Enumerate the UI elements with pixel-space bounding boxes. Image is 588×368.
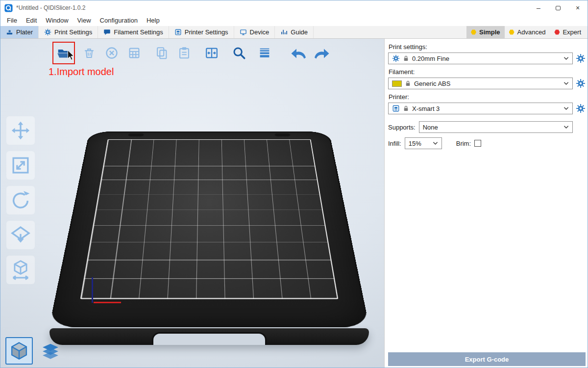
measure-gizmo-button[interactable]: [6, 256, 35, 284]
maximize-button[interactable]: [548, 0, 568, 15]
gear-icon: [576, 104, 586, 113]
filament-combo[interactable]: Generic ABS: [388, 78, 573, 89]
printer-icon: [174, 28, 182, 36]
mode-label: Simple: [479, 28, 500, 36]
infill-combo[interactable]: 15%: [405, 137, 442, 149]
minimize-button[interactable]: –: [529, 0, 548, 15]
tab-printer-settings[interactable]: Printer Settings: [169, 26, 234, 38]
menu-item-edit[interactable]: Edit: [22, 15, 41, 26]
search-button[interactable]: [229, 43, 249, 63]
scale-gizmo-button[interactable]: [6, 151, 35, 180]
redo-button[interactable]: [311, 43, 332, 63]
arrange-button[interactable]: [124, 43, 145, 63]
menu-bar: File Edit Window View Configuration Help: [0, 15, 588, 26]
mode-label: Expert: [563, 28, 581, 36]
plater-toolbar: [53, 43, 332, 63]
preview-button[interactable]: [37, 337, 64, 365]
place-on-face-gizmo-button[interactable]: [6, 221, 35, 249]
paste-button[interactable]: [174, 43, 195, 63]
brim-checkbox[interactable]: [474, 140, 481, 147]
tab-label: Printer Settings: [185, 28, 228, 36]
gear-icon: [576, 79, 586, 88]
menu-item-configuration[interactable]: Configuration: [96, 15, 142, 26]
bed-handle-notch: [152, 332, 267, 345]
supports-combo[interactable]: None: [419, 121, 573, 133]
delete-all-button[interactable]: [101, 43, 122, 63]
maximize-icon: [556, 6, 561, 10]
mode-advanced[interactable]: Advanced: [505, 26, 550, 38]
app-window: *Untitled - QIDISlicer-1.0.2 – × File Ed…: [0, 0, 588, 368]
undo-button[interactable]: [289, 43, 309, 63]
move-gizmo-button[interactable]: [6, 116, 35, 145]
filament-label: Filament:: [389, 68, 586, 76]
infill-label: Infill:: [388, 140, 401, 147]
print-settings-value: 0.20mm Fine: [412, 55, 449, 62]
delete-button[interactable]: [79, 43, 99, 63]
infill-value: 15%: [409, 140, 421, 147]
bed-grid: [80, 139, 339, 299]
mouse-cursor-icon: [66, 50, 74, 61]
gizmo-toolbar: [6, 116, 35, 284]
close-button[interactable]: ×: [568, 0, 588, 15]
gear-icon: [44, 28, 51, 36]
chevron-down-icon: [564, 106, 569, 110]
tab-print-settings[interactable]: Print Settings: [39, 26, 98, 38]
menu-item-file[interactable]: File: [2, 15, 22, 26]
menu-item-view[interactable]: View: [73, 15, 96, 26]
chevron-down-icon: [564, 81, 569, 85]
bed-plate: [49, 131, 369, 327]
printer-gear-button[interactable]: [576, 104, 586, 113]
lock-icon: [403, 55, 409, 62]
tab-device[interactable]: Device: [234, 26, 275, 38]
supports-label: Supports:: [388, 124, 416, 131]
print-settings-label: Print settings:: [389, 43, 586, 51]
3d-view-button[interactable]: [5, 337, 33, 365]
tab-label: Device: [250, 28, 270, 36]
app-logo-icon: [4, 4, 13, 12]
tab-label: Print Settings: [54, 28, 92, 36]
z-axis-indicator: [92, 277, 93, 303]
gear-icon: [392, 54, 400, 62]
copy-button[interactable]: [151, 43, 172, 63]
tab-bar: Plater Print Settings Filament Settings …: [0, 26, 588, 39]
rotate-gizmo-button[interactable]: [6, 186, 35, 214]
filament-gear-button[interactable]: [576, 79, 586, 88]
print-settings-gear-button[interactable]: [576, 53, 586, 63]
tab-label: Plater: [16, 28, 33, 36]
mode-simple[interactable]: Simple: [466, 26, 505, 38]
chevron-down-icon: [564, 56, 569, 60]
flatten-icon: [10, 224, 31, 246]
tab-filament-settings[interactable]: Filament Settings: [98, 26, 169, 38]
tab-plater[interactable]: Plater: [0, 26, 39, 38]
move-icon: [10, 120, 31, 141]
tab-guide[interactable]: Guide: [275, 26, 314, 38]
mode-label: Advanced: [517, 28, 546, 36]
window-controls: – ×: [529, 0, 588, 15]
layers-icon: [257, 46, 272, 60]
brim-label: Brim:: [456, 140, 471, 147]
gear-icon: [576, 53, 586, 63]
view-switcher: [5, 337, 64, 365]
tab-label: Filament Settings: [114, 28, 163, 36]
menu-item-window[interactable]: Window: [41, 15, 73, 26]
copy-icon: [154, 46, 169, 60]
import-annotation: 1.Import model: [49, 66, 114, 78]
chevron-down-icon: [564, 125, 569, 129]
print-settings-combo[interactable]: 0.20mm Fine: [388, 53, 573, 64]
3d-viewport[interactable]: 1.Import model: [0, 39, 384, 368]
split-instances-button[interactable]: [201, 43, 222, 63]
printer-label: Printer:: [389, 93, 586, 101]
mode-switcher: Simple Advanced Expert: [466, 26, 586, 38]
bed-clip-left: [128, 133, 144, 136]
export-gcode-button[interactable]: Export G-code: [388, 352, 586, 366]
menu-item-help[interactable]: Help: [142, 15, 164, 26]
guide-icon: [280, 28, 288, 36]
filament-value: Generic ABS: [414, 80, 450, 87]
supports-value: None: [423, 124, 438, 131]
variable-layer-height-button[interactable]: [254, 43, 275, 63]
circle-x-icon: [104, 46, 119, 60]
mode-expert[interactable]: Expert: [550, 26, 586, 38]
paste-icon: [177, 46, 192, 60]
printer-combo[interactable]: X-smart 3: [388, 103, 573, 114]
advanced-mode-icon: [509, 29, 514, 35]
